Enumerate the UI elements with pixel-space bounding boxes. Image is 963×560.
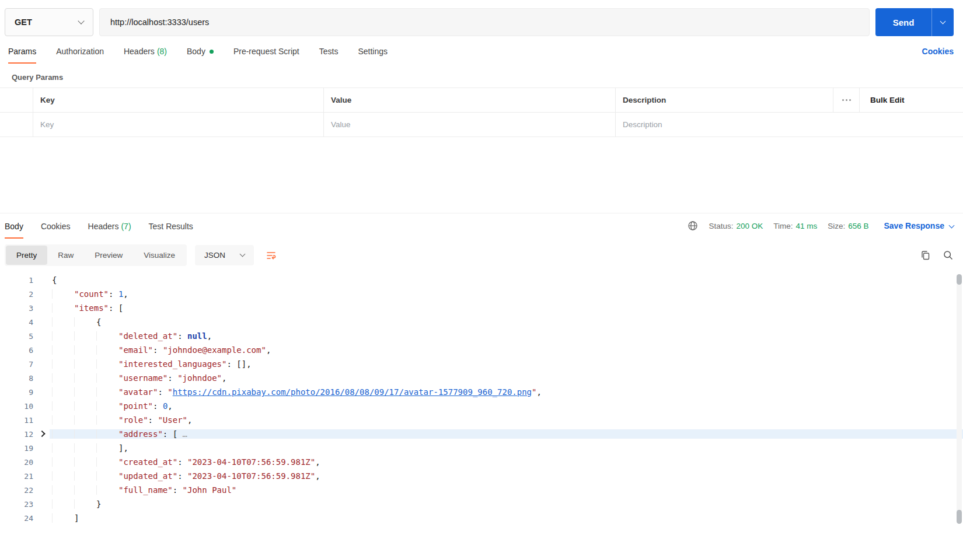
scrollbar-thumb[interactable] [957, 274, 962, 285]
code-token: ], [118, 443, 128, 453]
code-token: " [168, 387, 172, 397]
indent-guide [74, 359, 75, 369]
copy-icon[interactable] [920, 250, 931, 261]
request-url-bar: GET Send [0, 0, 963, 36]
param-description-cell [616, 113, 963, 136]
search-icon[interactable] [943, 250, 954, 261]
code-line-8: 8"username": "johndoe", [0, 371, 963, 385]
response-headers-count: (7) [121, 222, 131, 231]
tab-body[interactable]: Body [187, 47, 214, 64]
code-line-2: 2"count": 1, [0, 287, 963, 301]
indent-guide [96, 429, 97, 439]
tab-label: Test Results [149, 222, 193, 231]
code-token: "interested_languages" [118, 359, 226, 369]
scrollbar-thumb[interactable] [957, 510, 962, 524]
indent-guide [96, 401, 97, 411]
code-line-10: 10"point": 0, [0, 399, 963, 413]
tab-settings[interactable]: Settings [358, 47, 388, 64]
code-line-21: 21"updated_at": "2023-04-10T07:56:59.981… [0, 469, 963, 483]
tab-params[interactable]: Params [8, 47, 36, 64]
line-number: 3 [0, 304, 50, 313]
param-key-input[interactable] [40, 120, 316, 129]
fold-expand-icon[interactable] [39, 430, 45, 437]
code-token: : [177, 331, 187, 341]
scrollbar-track[interactable] [957, 274, 962, 524]
code-token: "updated_at" [118, 471, 177, 481]
code-token: , [123, 289, 128, 299]
indent-guide [96, 387, 97, 397]
code-token: "johndoe" [177, 373, 222, 383]
send-options-button[interactable] [931, 8, 954, 36]
url-input[interactable] [110, 18, 859, 27]
code-token: : [153, 345, 163, 355]
cookies-link[interactable]: Cookies [922, 47, 954, 64]
code-text: ] [50, 513, 963, 523]
indent-guide [52, 457, 53, 467]
request-panel: GET Send Params Authorization Headers(8)… [0, 0, 963, 213]
more-options-icon[interactable] [833, 88, 859, 112]
code-line-20: 20"created_at": "2023-04-10T07:56:59.981… [0, 455, 963, 469]
request-response-gap [0, 137, 963, 213]
param-value-input[interactable] [331, 120, 608, 129]
indent-guide [96, 457, 97, 467]
indent-guide [96, 331, 97, 341]
tab-test-results[interactable]: Test Results [149, 222, 193, 239]
tab-tests[interactable]: Tests [319, 47, 339, 64]
bulk-edit-button[interactable]: Bulk Edit [859, 88, 963, 112]
network-globe-icon[interactable] [688, 220, 698, 231]
line-number: 20 [0, 458, 50, 467]
code-line-3: 3"items": [ [0, 301, 963, 315]
view-mode-raw[interactable]: Raw [47, 246, 84, 265]
code-token: "address" [118, 429, 163, 439]
params-table: Key Value Description Bulk Edit [0, 88, 963, 137]
view-mode-visualize[interactable]: Visualize [133, 246, 186, 265]
tab-headers[interactable]: Headers(8) [124, 47, 167, 64]
chevron-down-icon [949, 223, 955, 229]
line-number: 12 [0, 430, 50, 439]
code-text: "role": "User", [50, 415, 963, 425]
time-label: Time: [773, 222, 793, 230]
tab-response-body[interactable]: Body [5, 222, 23, 239]
tab-label: Body [5, 222, 23, 231]
response-url-link[interactable]: https://cdn.pixabay.com/photo/2016/08/08… [173, 387, 532, 397]
indent-guide [52, 345, 53, 355]
tab-authorization[interactable]: Authorization [56, 47, 104, 64]
code-line-7: 7"interested_languages": [], [0, 357, 963, 371]
tab-response-cookies[interactable]: Cookies [41, 222, 71, 239]
code-viewer: 1{2"count": 1,3"items": [4{5"deleted_at"… [0, 273, 963, 525]
view-mode-switch: Pretty Raw Preview Visualize [5, 244, 187, 266]
code-token: "johndoe@example.com" [163, 345, 266, 355]
code-line-24: 24] [0, 511, 963, 525]
code-token: [], [236, 359, 251, 369]
send-button[interactable]: Send [875, 8, 931, 36]
indent-guide [74, 471, 75, 481]
line-number: 7 [0, 360, 50, 369]
view-mode-pretty[interactable]: Pretty [6, 246, 47, 265]
tab-pre-request-script[interactable]: Pre-request Script [233, 47, 299, 64]
response-meta: Status: 200 OK Time: 41 ms Size: 656 B S… [688, 220, 954, 239]
code-text: "email": "johndoe@example.com", [50, 345, 963, 355]
view-mode-preview[interactable]: Preview [84, 246, 133, 265]
code-line-22: 22"full_name": "John Paul" [0, 483, 963, 497]
code-text: { [50, 317, 963, 327]
indent-guide [52, 499, 53, 509]
code-token: : [ [163, 429, 177, 439]
indent-guide [74, 331, 75, 341]
tab-label: Params [8, 47, 36, 56]
column-header-key: Key [33, 88, 324, 112]
line-number: 6 [0, 346, 50, 355]
code-token: … [177, 429, 187, 439]
code-token: : [158, 387, 168, 397]
chevron-down-icon [78, 18, 84, 24]
save-response-button[interactable]: Save Response [884, 221, 954, 230]
method-select[interactable]: GET [5, 8, 93, 36]
language-select[interactable]: JSON [195, 245, 254, 265]
wrap-lines-icon[interactable] [262, 246, 280, 264]
param-description-input[interactable] [623, 120, 956, 129]
code-token: "username" [118, 373, 168, 383]
code-token: : [168, 373, 177, 383]
response-panel: Body Cookies Headers(7) Test Results Sta… [0, 213, 963, 525]
method-value: GET [15, 18, 32, 27]
tab-response-headers[interactable]: Headers(7) [88, 222, 131, 239]
code-token: ] [74, 513, 79, 523]
